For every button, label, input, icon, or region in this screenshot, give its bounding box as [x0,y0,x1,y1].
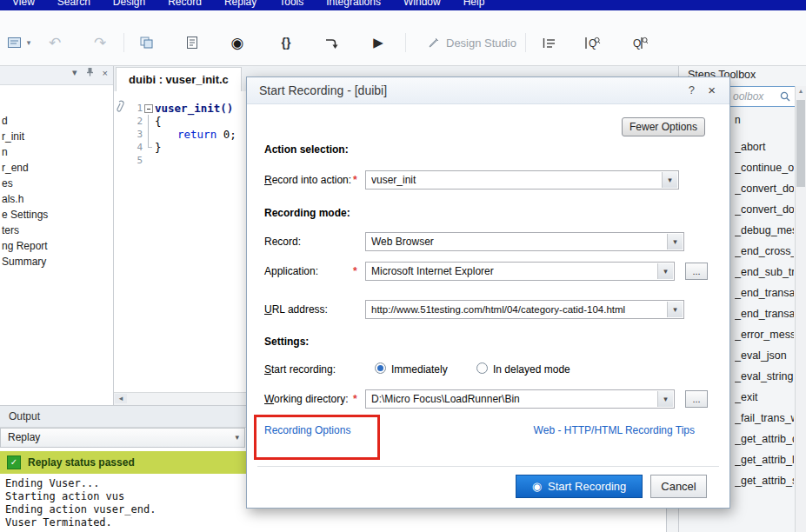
working-directory-combo[interactable]: D:\Micro Focus\LoadRunner\Bin ▾ [365,389,675,409]
compare-icon[interactable] [136,31,158,54]
dropdown-caret-icon[interactable]: ▾ [667,302,683,317]
dropdown-caret-icon[interactable]: ▾ [662,172,677,188]
dropdown-caret-icon[interactable]: ▾ [667,234,683,249]
section-recording-mode: Recording mode: [264,207,350,219]
radio-delayed-mode[interactable] [476,362,488,374]
record-into-action-combo[interactable]: vuser_init ▾ [365,170,679,190]
steps-list-item[interactable]: _convert_doubl [735,178,794,199]
code-line-1: vuser_init() [155,102,233,115]
solution-tree-item[interactable]: ters [0,223,113,238]
menu-item[interactable]: Integrations [326,0,381,8]
run-icon[interactable]: ▶ [367,31,390,54]
steps-list-item[interactable]: _eval_json [735,345,794,366]
steps-list-item[interactable]: _end_transactio [735,303,794,324]
record-dot-icon: ◉ [532,481,542,492]
help-button[interactable]: ? [689,77,695,103]
solution-tree-item[interactable]: es [0,176,113,191]
cancel-button[interactable]: Cancel [650,475,707,498]
dialog-titlebar[interactable]: Start Recording - [duibi] ? × [247,77,729,104]
steps-list-item[interactable]: _get_attrib_dou [735,429,794,449]
url-address-combo[interactable]: http://www.51testing.com/html/04/categor… [365,300,684,319]
record-combo[interactable]: Web Browser ▾ [365,232,684,251]
solution-tree-item[interactable]: e Settings [0,207,113,223]
search-steps-icon[interactable]: Q [581,31,603,54]
steps-list-item[interactable]: _continue_on_e [735,157,794,178]
application-combo[interactable]: Microsoft Internet Explorer ▾ [365,262,675,281]
steps-category-label[interactable]: n [735,114,741,126]
line-number: 1 [129,102,143,115]
start-recording-button[interactable]: ◉ Start Recording [516,475,643,498]
menu-item[interactable]: Record [168,0,202,8]
design-studio-icon [428,37,440,49]
recording-tips-link[interactable]: Web - HTTP/HTML Recording Tips [534,424,695,436]
steps-list-item[interactable]: _get_attrib_long [735,449,794,470]
solution-tree-item[interactable]: n [0,144,113,160]
steps-list-item[interactable]: _end_transactio [735,283,794,303]
solution-tree-item[interactable]: ng Report [0,238,113,254]
recording-options-link[interactable]: Recording Options [264,424,350,436]
dropdown-caret-icon[interactable]: ▾ [657,263,673,279]
outline-icon[interactable] [537,31,560,54]
section-settings: Settings: [264,336,309,348]
main-toolbar: ▾ ↶ ↷ ◉ {} ▶ Design Studio Q Q [0,10,806,66]
line-number: 5 [129,154,143,167]
script-dropdown-caret-icon[interactable]: ▾ [23,31,34,54]
dock-menu-chevron-icon[interactable]: ▾ [72,67,77,78]
steps-list-item[interactable]: _end_cross_vus [735,241,794,262]
solution-tree-item[interactable]: als.h [0,191,113,207]
fewer-options-button[interactable]: Fewer Options [622,117,705,136]
redo-icon[interactable]: ↷ [89,31,111,54]
close-icon[interactable]: × [103,68,108,78]
menu-item[interactable]: Tools [279,0,303,8]
pin-icon[interactable] [86,67,94,78]
solution-tree-item[interactable]: d [0,113,113,129]
menu-item[interactable]: View [12,0,35,8]
radio-immediately-label[interactable]: Immediately [391,363,448,376]
menu-item[interactable]: Replay [224,0,256,8]
scrollbar-thumb[interactable] [796,100,805,187]
solution-tree-item[interactable]: Summary [0,254,113,269]
undo-icon[interactable]: ↶ [43,31,66,54]
steps-list-item[interactable]: _debug_messag [735,220,794,241]
design-studio-button[interactable]: Design Studio [428,31,516,54]
line-number: 4 [129,141,143,154]
application-browse-button[interactable]: ... [685,263,708,280]
menu-item[interactable]: Search [57,0,90,8]
radio-immediately[interactable] [375,362,386,374]
working-directory-value: D:\Micro Focus\LoadRunner\Bin [371,390,656,408]
search-replace-icon[interactable]: Q [628,31,650,54]
editor-tab[interactable]: duibi : vuser_init.c [116,67,242,91]
solution-tree-item[interactable]: r_end [0,160,113,176]
steps-list: _abort_continue_on_e_convert_doubl_conve… [735,136,794,491]
output-filter-combo[interactable]: Replay ▾ [0,428,245,448]
solution-tree: dr_initnr_endesals.he Settingstersng Rep… [0,85,113,269]
solution-tree-item[interactable]: r_init [0,129,113,144]
working-directory-browse-button[interactable]: ... [685,390,708,408]
toolbar-separator [525,33,526,52]
menu-item[interactable]: Window [403,0,441,8]
radio-delayed-mode-label[interactable]: In delayed mode [493,363,570,376]
braces-icon[interactable]: {} [275,31,297,54]
steps-list-item[interactable]: _error_message [735,324,794,345]
steps-list-item[interactable]: _end_sub_trans [735,262,794,283]
scroll-up-arrow-icon[interactable]: ▴ [796,86,806,96]
steps-list-item[interactable]: _eval_string [735,366,794,387]
steps-vertical-scrollbar[interactable]: ▴ [795,86,806,532]
step-icon[interactable] [320,31,343,54]
close-button[interactable]: × [708,77,716,103]
record-icon[interactable]: ◉ [226,31,249,54]
steps-list-item[interactable]: _convert_double [735,199,794,220]
steps-list-item[interactable]: _exit [735,387,794,408]
steps-list-item[interactable]: _get_attrib_strin [735,470,794,491]
scroll-left-arrow-icon[interactable]: ◂ [115,394,127,403]
steps-list-item[interactable]: _fail_trans_with [735,408,794,429]
code-line-3: 0; [216,128,236,141]
search-icon [779,90,791,105]
dropdown-caret-icon[interactable]: ▾ [657,391,673,407]
runtime-settings-icon[interactable] [181,31,203,54]
steps-list-item[interactable]: _abort [735,136,794,157]
fold-collapse-icon[interactable] [143,102,155,115]
code-text[interactable]: vuser_init() { return 0; } [155,91,236,393]
menu-item[interactable]: Help [463,0,485,8]
menu-item[interactable]: Design [113,0,145,8]
